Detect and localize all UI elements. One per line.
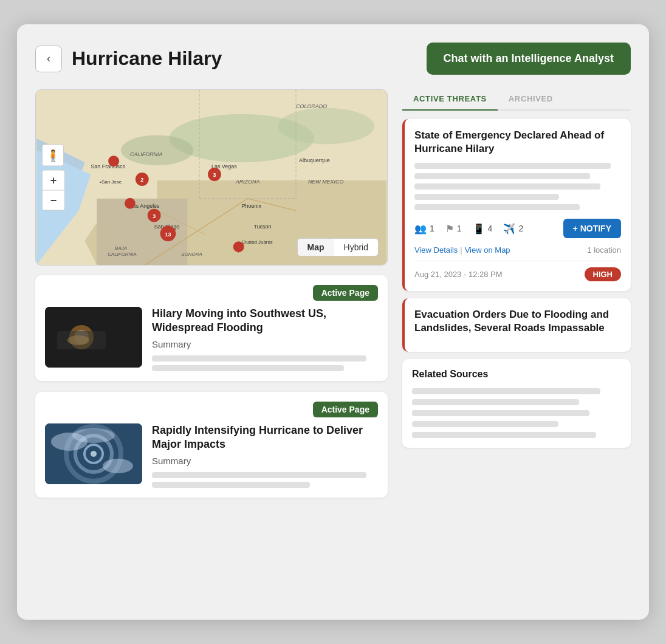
map-type-buttons: Map Hybrid bbox=[297, 238, 379, 256]
flag-icon: ⚑ bbox=[445, 223, 454, 235]
active-page-badge: Active Page bbox=[313, 402, 378, 417]
threat-line bbox=[414, 163, 611, 169]
pipe-divider: | bbox=[460, 245, 462, 255]
plane-count: ✈️ 2 bbox=[503, 223, 523, 235]
source-line bbox=[412, 399, 579, 405]
news-section: Active Page bbox=[35, 275, 388, 509]
news-line bbox=[152, 355, 366, 361]
flag-count: ⚑ 1 bbox=[445, 223, 462, 235]
header: ‹ Hurricane Hilary Chat with an Intellig… bbox=[35, 43, 631, 75]
page-title: Hurricane Hilary bbox=[72, 47, 222, 70]
svg-text:3: 3 bbox=[213, 172, 216, 178]
svg-text:Phoenix: Phoenix bbox=[242, 203, 262, 209]
news-line bbox=[152, 365, 344, 371]
svg-point-58 bbox=[103, 459, 133, 473]
news-content: Hilary Moving into Southwest US, Widespr… bbox=[152, 307, 378, 371]
person-icon: 🧍 bbox=[46, 149, 60, 162]
threat-footer: View Details | View on Map 1 location bbox=[414, 245, 621, 255]
svg-text:2: 2 bbox=[140, 177, 143, 183]
svg-text:SONORA: SONORA bbox=[181, 252, 202, 257]
news-item-body: Hilary Moving into Southwest US, Widespr… bbox=[45, 307, 378, 371]
news-line bbox=[152, 482, 310, 488]
news-headline: Rapidly Intensifying Hurricane to Delive… bbox=[152, 423, 378, 452]
app-window: ‹ Hurricane Hilary Chat with an Intellig… bbox=[17, 24, 649, 620]
source-line bbox=[412, 432, 596, 438]
svg-point-8 bbox=[278, 108, 374, 145]
plane-icon: ✈️ bbox=[503, 223, 515, 235]
view-on-map-link[interactable]: View on Map bbox=[465, 245, 510, 255]
pegman-button[interactable]: 🧍 bbox=[42, 145, 64, 166]
map-container: San Francisco •San Jose CALIFORNIA Las V… bbox=[35, 89, 388, 265]
svg-text:13: 13 bbox=[165, 231, 171, 238]
map-zoom-box: + − bbox=[42, 170, 65, 211]
svg-text:•San Jose: •San Jose bbox=[100, 179, 122, 185]
threat-meta: Aug 21, 2023 - 12:28 PM HIGH bbox=[414, 261, 621, 281]
map-controls: 🧍 + − bbox=[42, 145, 65, 211]
main-content: San Francisco •San Jose CALIFORNIA Las V… bbox=[35, 89, 631, 509]
threat-line bbox=[414, 204, 580, 210]
news-headline: Hilary Moving into Southwest US, Widespr… bbox=[152, 307, 378, 335]
view-details-link[interactable]: View Details bbox=[414, 245, 458, 255]
location-count: 1 location bbox=[587, 245, 621, 255]
chat-analyst-button[interactable]: Chat with an Intelligence Analyst bbox=[427, 43, 631, 75]
threat-actions: 👥 1 ⚑ 1 📱 4 ✈️ 2 + NOTIFY bbox=[414, 219, 621, 238]
zoom-out-button[interactable]: − bbox=[43, 191, 64, 210]
source-line bbox=[412, 388, 600, 394]
map-type-map-button[interactable]: Map bbox=[298, 239, 334, 256]
header-left: ‹ Hurricane Hilary bbox=[35, 46, 222, 72]
svg-text:Albuquerque: Albuquerque bbox=[299, 157, 330, 163]
people-icon: 👥 bbox=[414, 223, 427, 235]
svg-point-59 bbox=[72, 428, 115, 443]
svg-text:San Francisco: San Francisco bbox=[91, 163, 125, 170]
news-thumbnail bbox=[45, 423, 142, 484]
map-type-hybrid-button[interactable]: Hybrid bbox=[334, 239, 378, 256]
threat-line bbox=[414, 194, 559, 200]
threat-line bbox=[414, 183, 600, 190]
news-item: Active Page bbox=[35, 392, 388, 498]
news-thumbnail bbox=[45, 307, 142, 368]
plane-count-value: 2 bbox=[518, 224, 523, 233]
svg-text:NEW MEXICO: NEW MEXICO bbox=[308, 179, 344, 185]
svg-text:3: 3 bbox=[153, 213, 156, 219]
svg-rect-51 bbox=[57, 331, 106, 349]
news-lines bbox=[152, 355, 378, 371]
news-summary: Summary bbox=[152, 339, 378, 349]
threat-card-title: State of Emergency Declared Ahead of Hur… bbox=[414, 129, 621, 156]
people-count: 👥 1 bbox=[414, 223, 434, 235]
tab-active-threats[interactable]: ACTIVE THREATS bbox=[402, 89, 498, 111]
tab-archived[interactable]: ARCHIVED bbox=[498, 89, 564, 111]
source-line bbox=[412, 421, 558, 427]
severity-badge: HIGH bbox=[585, 267, 622, 281]
news-summary: Summary bbox=[152, 456, 378, 466]
related-sources-section: Related Sources bbox=[402, 359, 631, 448]
news-content: Rapidly Intensifying Hurricane to Delive… bbox=[152, 423, 378, 488]
news-item-body: Rapidly Intensifying Hurricane to Delive… bbox=[45, 423, 378, 488]
svg-text:Ciudad Juárez: Ciudad Juárez bbox=[242, 239, 273, 245]
threat-links: View Details | View on Map bbox=[414, 245, 510, 255]
svg-point-34 bbox=[109, 157, 118, 165]
svg-text:BAJA: BAJA bbox=[115, 245, 127, 251]
people-count-value: 1 bbox=[430, 224, 434, 233]
source-lines bbox=[412, 388, 621, 438]
threat-card-lines bbox=[414, 163, 621, 210]
notify-button[interactable]: + NOTIFY bbox=[563, 219, 621, 238]
svg-point-9 bbox=[121, 135, 193, 165]
related-sources-title: Related Sources bbox=[412, 369, 621, 380]
news-thumb-svg bbox=[45, 307, 142, 368]
threat-card-2: Evacuation Orders Due to Flooding and La… bbox=[402, 298, 631, 352]
svg-point-39 bbox=[125, 198, 136, 209]
zoom-in-button[interactable]: + bbox=[43, 171, 64, 190]
threat-line bbox=[414, 173, 590, 179]
news-thumb-svg bbox=[45, 423, 142, 484]
back-button[interactable]: ‹ bbox=[35, 46, 62, 72]
svg-text:ARIZONA: ARIZONA bbox=[235, 179, 260, 185]
active-page-badge: Active Page bbox=[313, 285, 378, 301]
threat-card-2-title: Evacuation Orders Due to Flooding and La… bbox=[414, 308, 621, 335]
news-item-header: Active Page bbox=[45, 402, 378, 417]
flag-count-value: 1 bbox=[457, 224, 462, 233]
left-panel: San Francisco •San Jose CALIFORNIA Las V… bbox=[35, 89, 388, 509]
back-icon: ‹ bbox=[47, 52, 50, 65]
threat-date: Aug 21, 2023 - 12:28 PM bbox=[414, 270, 503, 279]
right-panel: ACTIVE THREATS ARCHIVED State of Emergen… bbox=[402, 89, 631, 509]
phone-icon: 📱 bbox=[473, 223, 485, 235]
